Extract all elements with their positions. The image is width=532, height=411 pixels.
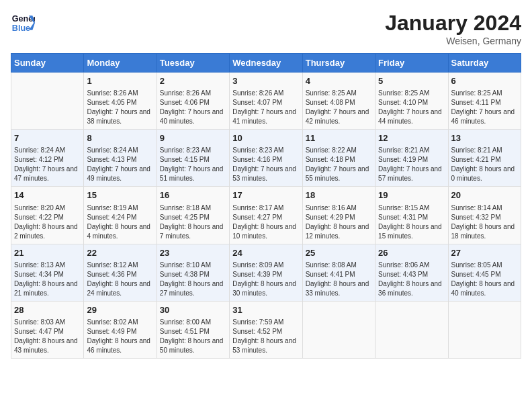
calendar-cell: 2Sunrise: 8:26 AM Sunset: 4:06 PM Daylig… [157, 73, 229, 130]
calendar-cell: 10Sunrise: 8:23 AM Sunset: 4:16 PM Dayli… [230, 130, 302, 187]
day-number: 5 [378, 75, 445, 87]
calendar-cell: 19Sunrise: 8:15 AM Sunset: 4:31 PM Dayli… [375, 187, 448, 244]
day-number: 14 [14, 189, 81, 201]
day-number: 13 [451, 132, 518, 144]
day-number: 11 [306, 132, 372, 144]
day-info: Sunrise: 8:21 AM Sunset: 4:19 PM Dayligh… [378, 146, 445, 183]
day-info: Sunrise: 8:10 AM Sunset: 4:38 PM Dayligh… [160, 261, 226, 298]
calendar-cell: 12Sunrise: 8:21 AM Sunset: 4:19 PM Dayli… [375, 130, 448, 187]
day-info: Sunrise: 8:22 AM Sunset: 4:18 PM Dayligh… [306, 146, 372, 183]
day-info: Sunrise: 8:24 AM Sunset: 4:12 PM Dayligh… [14, 146, 81, 183]
day-number: 28 [14, 304, 81, 316]
calendar-cell: 28Sunrise: 8:03 AM Sunset: 4:47 PM Dayli… [11, 301, 84, 358]
day-number: 7 [14, 132, 81, 144]
day-info: Sunrise: 8:25 AM Sunset: 4:08 PM Dayligh… [306, 89, 372, 126]
calendar-cell: 17Sunrise: 8:17 AM Sunset: 4:27 PM Dayli… [230, 187, 302, 244]
calendar-cell: 18Sunrise: 8:16 AM Sunset: 4:29 PM Dayli… [302, 187, 375, 244]
calendar-cell [11, 73, 84, 130]
day-info: Sunrise: 8:03 AM Sunset: 4:47 PM Dayligh… [14, 318, 81, 355]
calendar-cell: 21Sunrise: 8:13 AM Sunset: 4:34 PM Dayli… [11, 244, 84, 301]
day-number: 18 [306, 189, 372, 201]
weekday-header-wednesday: Wednesday [230, 54, 302, 73]
logo: General Blue [11, 11, 35, 35]
location: Weisen, Germany [385, 36, 521, 46]
day-info: Sunrise: 8:05 AM Sunset: 4:45 PM Dayligh… [451, 261, 518, 298]
day-info: Sunrise: 8:24 AM Sunset: 4:13 PM Dayligh… [87, 146, 153, 183]
day-info: Sunrise: 8:26 AM Sunset: 4:05 PM Dayligh… [87, 89, 153, 126]
weekday-header-sunday: Sunday [11, 54, 84, 73]
day-number: 2 [160, 75, 226, 87]
day-number: 29 [87, 304, 153, 316]
day-number: 10 [232, 132, 299, 144]
day-number: 30 [160, 304, 226, 316]
day-info: Sunrise: 8:16 AM Sunset: 4:29 PM Dayligh… [306, 203, 372, 241]
day-info: Sunrise: 8:06 AM Sunset: 4:43 PM Dayligh… [378, 261, 445, 298]
day-number: 17 [232, 189, 299, 201]
day-number: 6 [451, 75, 518, 87]
day-number: 20 [451, 189, 518, 201]
day-number: 23 [160, 247, 226, 259]
calendar-cell: 6Sunrise: 8:25 AM Sunset: 4:11 PM Daylig… [448, 73, 521, 130]
calendar-cell: 20Sunrise: 8:14 AM Sunset: 4:32 PM Dayli… [448, 187, 521, 244]
day-number: 24 [232, 247, 299, 259]
day-number: 15 [87, 189, 153, 201]
calendar-cell: 11Sunrise: 8:22 AM Sunset: 4:18 PM Dayli… [302, 130, 375, 187]
day-number: 26 [378, 247, 445, 259]
day-info: Sunrise: 8:09 AM Sunset: 4:39 PM Dayligh… [232, 261, 299, 298]
calendar-cell: 27Sunrise: 8:05 AM Sunset: 4:45 PM Dayli… [448, 244, 521, 301]
day-info: Sunrise: 8:00 AM Sunset: 4:51 PM Dayligh… [160, 318, 226, 355]
day-info: Sunrise: 8:26 AM Sunset: 4:07 PM Dayligh… [232, 89, 299, 126]
month-year: January 2024 [385, 11, 521, 36]
day-number: 1 [87, 75, 153, 87]
day-number: 21 [14, 247, 81, 259]
calendar-week-row: 21Sunrise: 8:13 AM Sunset: 4:34 PM Dayli… [11, 244, 521, 301]
day-info: Sunrise: 8:08 AM Sunset: 4:41 PM Dayligh… [306, 261, 372, 298]
day-number: 31 [232, 304, 299, 316]
day-number: 4 [306, 75, 372, 87]
calendar-cell: 14Sunrise: 8:20 AM Sunset: 4:22 PM Dayli… [11, 187, 84, 244]
day-info: Sunrise: 7:59 AM Sunset: 4:52 PM Dayligh… [232, 318, 299, 355]
title-area: January 2024 Weisen, Germany [385, 11, 521, 46]
day-info: Sunrise: 8:13 AM Sunset: 4:34 PM Dayligh… [14, 261, 81, 298]
calendar-body: 1Sunrise: 8:26 AM Sunset: 4:05 PM Daylig… [11, 73, 521, 359]
day-number: 19 [378, 189, 445, 201]
calendar-cell: 9Sunrise: 8:23 AM Sunset: 4:15 PM Daylig… [157, 130, 229, 187]
calendar-cell: 31Sunrise: 7:59 AM Sunset: 4:52 PM Dayli… [230, 301, 302, 358]
day-number: 3 [232, 75, 299, 87]
calendar-cell [302, 301, 375, 358]
calendar-week-row: 14Sunrise: 8:20 AM Sunset: 4:22 PM Dayli… [11, 187, 521, 244]
day-info: Sunrise: 8:21 AM Sunset: 4:21 PM Dayligh… [451, 146, 518, 183]
day-number: 27 [451, 247, 518, 259]
day-info: Sunrise: 8:25 AM Sunset: 4:11 PM Dayligh… [451, 89, 518, 126]
weekday-header-friday: Friday [375, 54, 448, 73]
day-info: Sunrise: 8:23 AM Sunset: 4:15 PM Dayligh… [160, 146, 226, 183]
calendar-cell: 24Sunrise: 8:09 AM Sunset: 4:39 PM Dayli… [230, 244, 302, 301]
weekday-header-thursday: Thursday [302, 54, 375, 73]
day-info: Sunrise: 8:18 AM Sunset: 4:25 PM Dayligh… [160, 203, 226, 241]
calendar-cell: 16Sunrise: 8:18 AM Sunset: 4:25 PM Dayli… [157, 187, 229, 244]
day-info: Sunrise: 8:19 AM Sunset: 4:24 PM Dayligh… [87, 203, 153, 241]
header: General Blue January 2024 Weisen, German… [11, 11, 521, 46]
svg-text:Blue: Blue [12, 24, 30, 33]
day-info: Sunrise: 8:17 AM Sunset: 4:27 PM Dayligh… [232, 203, 299, 241]
weekday-header-tuesday: Tuesday [157, 54, 229, 73]
calendar-week-row: 7Sunrise: 8:24 AM Sunset: 4:12 PM Daylig… [11, 130, 521, 187]
day-info: Sunrise: 8:15 AM Sunset: 4:31 PM Dayligh… [378, 203, 445, 241]
calendar-table: SundayMondayTuesdayWednesdayThursdayFrid… [11, 53, 521, 359]
calendar-cell: 4Sunrise: 8:25 AM Sunset: 4:08 PM Daylig… [302, 73, 375, 130]
day-number: 16 [160, 189, 226, 201]
calendar-cell: 5Sunrise: 8:25 AM Sunset: 4:10 PM Daylig… [375, 73, 448, 130]
day-number: 22 [87, 247, 153, 259]
calendar-week-row: 1Sunrise: 8:26 AM Sunset: 4:05 PM Daylig… [11, 73, 521, 130]
day-info: Sunrise: 8:12 AM Sunset: 4:36 PM Dayligh… [87, 261, 153, 298]
calendar-cell [448, 301, 521, 358]
calendar-week-row: 28Sunrise: 8:03 AM Sunset: 4:47 PM Dayli… [11, 301, 521, 358]
weekday-header-row: SundayMondayTuesdayWednesdayThursdayFrid… [11, 54, 521, 73]
day-number: 12 [378, 132, 445, 144]
calendar-cell: 7Sunrise: 8:24 AM Sunset: 4:12 PM Daylig… [11, 130, 84, 187]
weekday-header-monday: Monday [84, 54, 157, 73]
calendar-cell: 15Sunrise: 8:19 AM Sunset: 4:24 PM Dayli… [84, 187, 157, 244]
calendar-cell: 30Sunrise: 8:00 AM Sunset: 4:51 PM Dayli… [157, 301, 229, 358]
day-info: Sunrise: 8:14 AM Sunset: 4:32 PM Dayligh… [451, 203, 518, 241]
day-number: 25 [306, 247, 372, 259]
